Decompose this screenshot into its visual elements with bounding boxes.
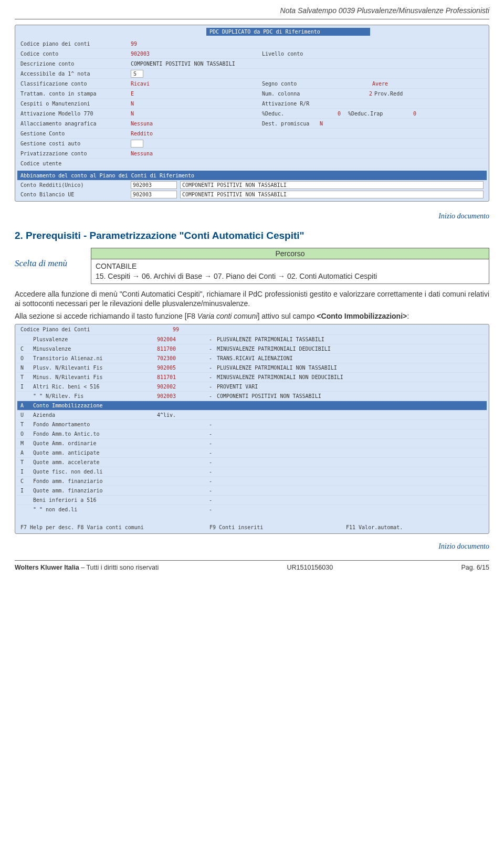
lbl-gca: Gestione costi auto (20, 141, 131, 146)
val-deduc: 0 (320, 111, 343, 117)
lbl-770: Attivazione Modello 770 (20, 111, 131, 117)
lbl-reddunico: Conto Redditi(Unico) (20, 182, 131, 188)
val-avere: Avere (372, 81, 409, 87)
percorso-head: Percorso (91, 248, 489, 259)
footer-code: UR1510156030 (287, 564, 333, 571)
val-tratt: E (131, 91, 262, 97)
screenshot-pdc: PDC DUPLICATO da PDC di Riferimento Codi… (15, 25, 489, 202)
lbl-attrr: Attivazione R/R (262, 101, 320, 107)
val-priv: Nessuna (131, 151, 209, 156)
footer-brand: Wolters Kluwer Italia (15, 564, 79, 571)
s2-name-0: Plusvalenze (33, 337, 157, 342)
lbl-deduc: %Deduc. (262, 111, 320, 117)
val-cc: 902003 (131, 51, 262, 57)
screenshot-conti-auto: Codice Piano dei Conti 99 Plusvalenze 90… (15, 324, 489, 534)
pdc-banner: PDC DUPLICATO da PDC di Riferimento (206, 28, 370, 36)
s2-code-0: 902004 (157, 337, 204, 342)
section-abbinamento: Abbinamento del conto al Piano dei Conti… (17, 171, 487, 180)
header-rule (15, 19, 489, 19)
lbl-cu: Codice utente (20, 161, 131, 166)
s2-f1: F7 Help per desc. F8 Varia conti comuni (20, 524, 209, 530)
s2-top-lbl: Codice Piano dei Conti (20, 327, 173, 332)
code-reddunico: 902003 (131, 181, 177, 189)
val-class: Ricavi (131, 81, 262, 87)
footer-rights: – Tutti i diritti sono riservati (79, 564, 159, 571)
code-bilue: 902003 (131, 191, 177, 198)
val-dest: N (320, 121, 398, 127)
lbl-class: Classificazione conto (20, 81, 131, 87)
val-numcol: 2 (320, 91, 374, 97)
val-770: N (131, 111, 262, 117)
doc-header: Nota Salvatempo 0039 Plusvalenze/Minusva… (15, 6, 489, 15)
lbl-gc: Gestione Conto (20, 131, 131, 136)
s2-desc-1: MINUSVALENZE PATRIMONIALI DEDUCIBILI (217, 346, 484, 352)
val-cpc: 99 (131, 41, 209, 47)
lbl-lc: Livello conto (262, 51, 320, 57)
val-acc: S (131, 70, 143, 78)
s2-footer: F7 Help per desc. F8 Varia conti comuni … (17, 514, 487, 532)
inizio-link-1[interactable]: Inizio documento (15, 212, 489, 220)
menu-label: Scelta di menù (15, 248, 91, 269)
lbl-cpc: Codice piano dei conti (20, 41, 131, 47)
lbl-priv: Privatizzazione conto (20, 151, 131, 156)
percorso-table: Percorso CONTABILE 15. Cespiti → 06. Arc… (91, 248, 489, 284)
s2-top-val: 99 (173, 327, 179, 332)
val-irap: 0 (395, 111, 418, 117)
page-footer: Wolters Kluwer Italia – Tutti i diritti … (15, 560, 489, 579)
s2-f2: F9 Conti inseriti (209, 524, 346, 530)
lbl-allac: Allacciamento anagrafica (20, 121, 131, 127)
desc-reddunico: COMPONENTI POSITIVI NON TASSABILI (180, 181, 484, 189)
val-gca (131, 140, 143, 148)
inizio-link-2[interactable]: Inizio documento (15, 542, 489, 551)
lbl-tratt: Trattam. conto in stampa (20, 91, 131, 97)
val-desc: COMPONENTI POSITIVI NON TASSABILI (131, 61, 484, 67)
paragraph-2: Alla sezione si accede richiamando il ta… (15, 311, 489, 321)
s2-code-1: 811700 (157, 346, 204, 352)
s2-desc-0: PLUSVALENZE PATRIMONIALI TASSABILI (217, 337, 484, 342)
lbl-prov: Prov.Redd (374, 91, 422, 97)
lbl-segno: Segno conto (262, 81, 320, 87)
lbl-cesp: Cespiti o Manutenzioni (20, 101, 131, 107)
lbl-bilue: Conto Bilancio UE (20, 192, 131, 197)
percorso-body-2: 15. Cespiti → 06. Archivi di Base → 07. … (96, 271, 485, 281)
s2-name-1: Minusvalenze (33, 346, 157, 352)
val-allac: Nessuna (131, 121, 262, 127)
val-gc: Reddito (131, 131, 209, 136)
lbl-desc: Descrizione conto (20, 61, 131, 67)
lbl-numcol: Num. colonna (262, 91, 320, 97)
footer-page: Pag. 6/15 (461, 564, 489, 571)
lbl-irap: %Deduc.Irap (343, 111, 395, 117)
desc-bilue: COMPONENTI POSITIVI NON TASSABILI (180, 191, 484, 198)
lbl-acc: Accessibile da 1^ nota (20, 71, 131, 77)
s2-highlight-row[interactable]: A Conto Immobilizzazione (17, 401, 487, 411)
val-cesp: N (131, 101, 262, 107)
section-heading: 2. Prerequisiti - Parametrizzazione "Con… (15, 230, 489, 242)
paragraph-1: Accedere alla funzione di menù "Conti Au… (15, 289, 489, 308)
percorso-body-1: CONTABILE (96, 261, 485, 271)
lbl-dest: Dest. promiscua (262, 121, 320, 127)
s2-f3: F11 Valor.automat. (346, 524, 484, 530)
lbl-cc: Codice conto (20, 51, 131, 57)
